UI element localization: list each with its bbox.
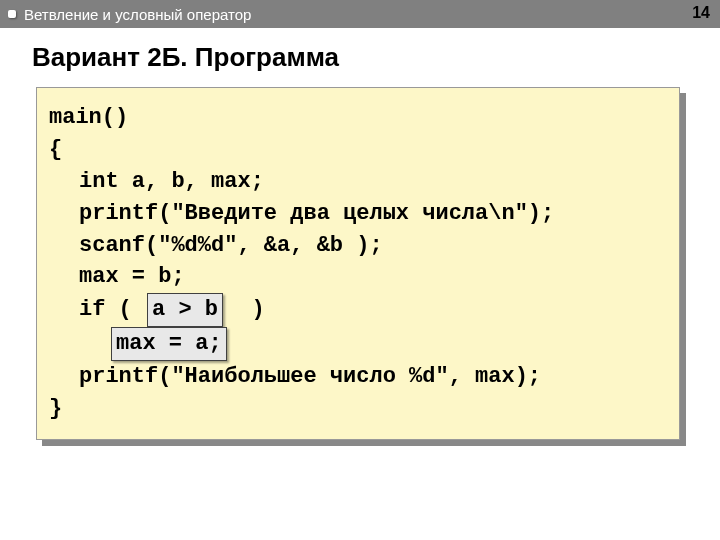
code-line-9: printf("Наибольшее число %d", max); bbox=[49, 361, 661, 393]
code-line-7: if ( a > b ) bbox=[49, 293, 661, 327]
code-block: main() { int a, b, max; printf("Введите … bbox=[36, 87, 680, 440]
code-line-8: max = a; bbox=[49, 327, 661, 361]
slide-title: Вариант 2Б. Программа bbox=[0, 28, 720, 87]
slide-header: Ветвление и условный оператор bbox=[0, 0, 720, 28]
code-line-5: scanf("%d%d", &a, &b ); bbox=[49, 230, 661, 262]
code-text: if ( bbox=[79, 297, 145, 322]
code-text: ) bbox=[225, 297, 265, 322]
code-line-1: main() bbox=[49, 102, 661, 134]
code-line-6: max = b; bbox=[49, 261, 661, 293]
highlight-assignment: max = a; bbox=[111, 327, 227, 361]
header-left: Ветвление и условный оператор bbox=[8, 6, 251, 23]
code-block-wrapper: main() { int a, b, max; printf("Введите … bbox=[36, 87, 680, 440]
highlight-condition: a > b bbox=[147, 293, 223, 327]
code-line-2: { bbox=[49, 134, 661, 166]
code-line-4: printf("Введите два целых числа\n"); bbox=[49, 198, 661, 230]
header-title: Ветвление и условный оператор bbox=[24, 6, 251, 23]
page-number: 14 bbox=[692, 4, 710, 22]
code-line-3: int a, b, max; bbox=[49, 166, 661, 198]
code-line-10: } bbox=[49, 393, 661, 425]
bullet-icon bbox=[8, 10, 16, 18]
